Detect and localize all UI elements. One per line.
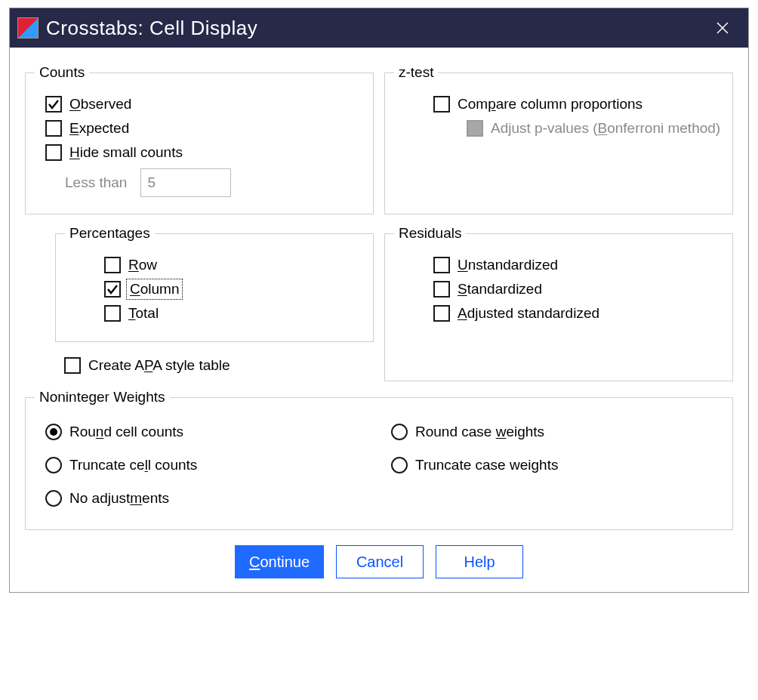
dialog-title: Crosstabs: Cell Display (46, 17, 707, 40)
pct-total-checkbox[interactable] (104, 305, 121, 322)
ztest-legend: z-test (394, 64, 438, 81)
ni-round-cell-radio[interactable] (45, 424, 62, 440)
pct-row-label[interactable]: Row (128, 257, 157, 273)
button-row: Continue Cancel Help (25, 545, 733, 578)
close-icon (716, 21, 729, 35)
pct-col-line: Column (104, 281, 364, 298)
apa-checkbox[interactable] (64, 357, 81, 374)
compare-label[interactable]: Compare column proportions (458, 96, 642, 113)
percentages-legend: Percentages (65, 225, 155, 242)
row-percent-residuals: Percentages Row Column (25, 225, 733, 381)
cancel-button[interactable]: Cancel (336, 545, 424, 578)
noninteger-group: Noninteger Weights Round cell counts Rou… (25, 389, 733, 530)
ni-none-line: No adjustments (45, 490, 373, 507)
res-std-checkbox[interactable] (433, 281, 450, 298)
res-adj-label[interactable]: Adjusted standardized (458, 305, 599, 322)
expected-checkbox[interactable] (45, 120, 62, 137)
pct-total-label[interactable]: Total (128, 305, 159, 322)
percentages-group: Percentages Row Column (55, 225, 374, 342)
adjust-checkbox (467, 120, 483, 137)
help-button[interactable]: Help (436, 545, 523, 578)
compare-checkbox[interactable] (433, 96, 450, 113)
observed-line: Observed (45, 96, 364, 113)
expected-line: Expected (45, 120, 364, 137)
adjust-line: Adjust p-values (Bonferroni method) (467, 120, 723, 137)
observed-label[interactable]: Observed (69, 96, 131, 113)
lessthan-input (140, 168, 231, 197)
pct-row-line: Row (104, 257, 364, 273)
row-counts-ztest: Counts Observed Expected (25, 64, 733, 214)
hide-small-checkbox[interactable] (45, 144, 62, 161)
dialog-window: Crosstabs: Cell Display Counts Observed (9, 8, 749, 593)
pct-col-label[interactable]: Column (128, 281, 180, 298)
app-icon (17, 17, 39, 39)
pct-col-checkbox[interactable] (104, 281, 121, 298)
ni-round-cell-line: Round cell counts (45, 424, 373, 440)
res-std-label[interactable]: Standardized (458, 281, 542, 298)
compare-line: Compare column proportions (433, 96, 723, 113)
ni-trunc-cell-radio[interactable] (45, 457, 62, 473)
res-adj-line: Adjusted standardized (433, 305, 723, 322)
dialog-body: Counts Observed Expected (10, 48, 748, 592)
hide-small-label[interactable]: Hide small counts (69, 144, 183, 161)
ni-none-radio[interactable] (45, 490, 62, 507)
row2-left-column: Percentages Row Column (25, 225, 374, 381)
close-button[interactable] (707, 13, 738, 43)
ni-trunc-case-line: Truncate case weights (391, 457, 719, 473)
pct-total-line: Total (104, 305, 364, 322)
ni-trunc-case-label[interactable]: Truncate case weights (415, 457, 558, 473)
ni-none-label[interactable]: No adjustments (69, 490, 169, 507)
res-unstd-label[interactable]: Unstandardized (458, 257, 558, 273)
ni-trunc-cell-label[interactable]: Truncate cell counts (69, 457, 197, 473)
res-std-line: Standardized (433, 281, 723, 298)
ni-round-case-line: Round case weights (391, 424, 719, 440)
residuals-group: Residuals Unstandardized Standardized (384, 225, 733, 381)
ni-trunc-cell-line: Truncate cell counts (45, 457, 373, 473)
ni-round-case-label[interactable]: Round case weights (415, 424, 544, 440)
apa-label[interactable]: Create APA style table (88, 357, 230, 374)
expected-label[interactable]: Expected (69, 120, 129, 137)
counts-legend: Counts (35, 64, 89, 81)
adjust-label: Adjust p-values (Bonferroni method) (491, 120, 720, 137)
lessthan-label: Less than (65, 174, 127, 191)
noninteger-legend: Noninteger Weights (35, 389, 170, 406)
row2-right-column: Residuals Unstandardized Standardized (384, 225, 733, 381)
ni-round-case-radio[interactable] (391, 424, 408, 440)
titlebar: Crosstabs: Cell Display (10, 8, 748, 48)
pct-row-checkbox[interactable] (104, 257, 121, 273)
res-unstd-checkbox[interactable] (433, 257, 450, 273)
ztest-group: z-test Compare column proportions Adjust… (384, 64, 733, 214)
observed-checkbox[interactable] (45, 96, 62, 113)
lessthan-line: Less than (65, 168, 364, 197)
residuals-legend: Residuals (394, 225, 466, 242)
ni-trunc-case-radio[interactable] (391, 457, 408, 473)
res-adj-checkbox[interactable] (433, 305, 450, 322)
counts-group: Counts Observed Expected (25, 64, 374, 214)
ni-round-cell-label[interactable]: Round cell counts (69, 424, 183, 440)
res-unstd-line: Unstandardized (433, 257, 723, 273)
continue-button[interactable]: Continue (235, 545, 324, 578)
noninteger-grid: Round cell counts Round case weights Tru… (35, 413, 723, 517)
apa-line: Create APA style table (64, 357, 374, 374)
hide-small-line: Hide small counts (45, 144, 364, 161)
